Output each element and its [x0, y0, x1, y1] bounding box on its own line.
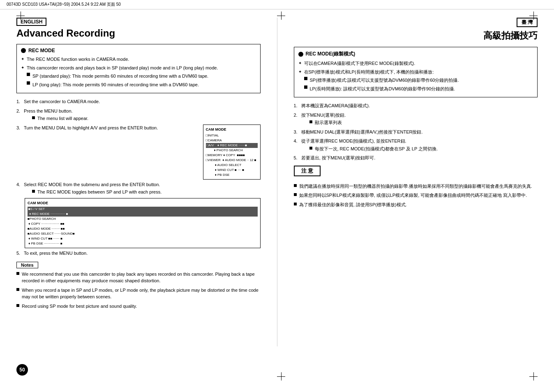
- steps-section-en: 1. Set the camcorder to CAMERA mode. 2. …: [16, 98, 261, 257]
- step-2-en: 2. Press the MENU button. The menu list …: [16, 108, 261, 122]
- note-bullet-2: [16, 288, 19, 291]
- step-2-text: Press the MENU button.: [24, 108, 261, 115]
- right-header: 臺 灣: [294, 18, 538, 29]
- left-column: ENGLISH Advanced Recording REC MODE ✦ Th…: [16, 18, 261, 346]
- square-2: [27, 81, 30, 85]
- rec-mode-header-zh: REC MODE(錄製模式): [298, 51, 533, 58]
- step-2-zh-text: 按下MENU(選單)按鈕.: [301, 112, 538, 119]
- page-title-zh: 高級拍攝技巧: [294, 30, 538, 42]
- right-column: 臺 灣 高級拍攝技巧 REC MODE(錄製模式) ✦ 可以在CAMERA攝影模…: [294, 18, 538, 346]
- cam-mode-diagram-2: CAM MODE ■S / V SET ♦ REC MODE ·········…: [25, 198, 261, 248]
- crosshair-top-left: [16, 12, 25, 20]
- notes-items-zh: 我們建議在播放時採用同一類型的機器所拍攝的錄影帶.播放時如果採用不同類型的攝錄影…: [294, 183, 538, 208]
- step-2-zh-sub: 顯示選單列表: [309, 119, 538, 126]
- zh-square-1: [304, 77, 307, 80]
- sq-bullet: [32, 116, 35, 119]
- rec-mode-content-en: ✦ The REC MODE function works in CAMERA …: [21, 56, 256, 88]
- note-1-zh: 我們建議在播放時採用同一類型的機器所拍攝的錄影帶.播放時如果採用不同類型的攝錄影…: [294, 183, 538, 190]
- note-3-zh: 為了獲得最佳的影像和音質, 請使用SP(標準播放)模式.: [294, 201, 538, 208]
- zh-sq-bullet-2: [309, 120, 312, 123]
- notes-label-en: Notes: [16, 262, 38, 268]
- zh-diamond-2: ✦: [298, 69, 302, 75]
- note-1-en: We recommend that you use this camcorder…: [16, 271, 261, 284]
- crosshair-bottom-right: [529, 372, 538, 380]
- step-4-text: Select REC MODE from the submenu and pre…: [24, 181, 261, 188]
- page-number: 50: [16, 364, 28, 376]
- rec-item-3: SP (standard play): This mode permits 60…: [27, 73, 256, 80]
- rec-mode-section-en: REC MODE ✦ The REC MODE function works i…: [16, 44, 261, 93]
- zh-diamond-1: ✦: [298, 60, 302, 66]
- step-4-zh: 4. 從子選單選擇REC MODE(拍攝模式), 並按ENTER鈕. 每按下一次…: [294, 138, 538, 152]
- notes-items-en: We recommend that you use this camcorder…: [16, 271, 261, 310]
- cam-mode-diagram-1: 3. Turn the MENU DIAL to highlight A/V a…: [16, 125, 261, 180]
- zh-rec-item-2: ✦ 在SP(標準播放)模式和LP(長時間播放)模式下, 本機的拍攝和播放:: [298, 69, 533, 76]
- zh-rec-item-1: ✦ 可以在CAMERA攝影模式下使用REC MODE(錄製模式).: [298, 60, 533, 67]
- step-5-zh: 5. 若要退出, 按下MENU(選單)按鈕即可.: [294, 154, 538, 161]
- rec-item-4: LP (long play): This mode permits 90 min…: [27, 81, 256, 88]
- diamond-1: ✦: [21, 56, 24, 62]
- page-title-en: Advanced Recording: [16, 28, 261, 39]
- zh-rec-item-4: LP(長時間播放): 該模式可以支援型號為DVM60的錄影帶作90分鐘的拍攝.: [304, 85, 533, 92]
- note-3-en: Record using SP mode for best picture an…: [16, 303, 261, 310]
- crosshair-top: [277, 12, 285, 20]
- notes-section-en: Notes We recommend that you use this cam…: [16, 262, 261, 310]
- step-2-sub: The menu list will appear.: [32, 115, 261, 122]
- page-container: 00743D SCD103 USA+TAI(28~59) 2004.5.24 9…: [0, 0, 554, 392]
- notes-label-zh: 注 意: [294, 166, 321, 176]
- bullet-circle: [21, 48, 26, 53]
- rec-item-1: ✦ The REC MODE function works in CAMERA …: [21, 56, 256, 63]
- bullet-circle-zh: [298, 52, 303, 57]
- rec-item-2: ✦ This camcorder records and plays back …: [21, 65, 256, 71]
- crosshair-bottom: [277, 372, 285, 380]
- zh-note-bullet-3: [294, 203, 297, 205]
- step-4-sub: The REC MODE toggles between SP and LP w…: [32, 189, 261, 196]
- zh-note-bullet-1: [294, 184, 297, 187]
- step-5-en: 5. To exit, press the MENU button.: [16, 250, 261, 257]
- step-3-zh: 3. 移動MENU DIAL(選單選擇鈕)選擇A/V,)然後按下ENTER按鈕.: [294, 129, 538, 136]
- header-text: 00743D SCD103 USA+TAI(28~59) 2004.5.24 9…: [7, 2, 121, 7]
- step-3-en: 3. Turn the MENU DIAL to highlight A/V a…: [16, 125, 196, 131]
- notes-section-zh: 注 意 我們建議在播放時採用同一類型的機器所拍攝的錄影帶.播放時如果採用不同類型…: [294, 166, 538, 208]
- sq-bullet-4: [32, 190, 35, 193]
- step-1-zh: 1. 將本機設置為CAMERA(攝影模式).: [294, 102, 538, 109]
- step-1-en: 1. Set the camcorder to CAMERA mode.: [16, 98, 261, 105]
- vertical-divider: [277, 18, 277, 346]
- rec-mode-header-en: REC MODE: [21, 48, 256, 53]
- main-content: ENGLISH Advanced Recording REC MODE ✦ Th…: [0, 9, 554, 355]
- rec-mode-content-zh: ✦ 可以在CAMERA攝影模式下使用REC MODE(錄製模式). ✦ 在SP(…: [298, 60, 533, 92]
- rec-mode-label-zh: REC MODE(錄製模式): [306, 51, 355, 58]
- rec-mode-section-zh: REC MODE(錄製模式) ✦ 可以在CAMERA攝影模式下使用REC MOD…: [294, 47, 538, 97]
- cam-mode-box-2: CAM MODE ■S / V SET ♦ REC MODE ·········…: [25, 198, 261, 248]
- cam-mode-box-1: CAM MODE □INITIAL □CAMERA □A/V ♦ REC MOD…: [203, 125, 261, 180]
- note-bullet-3: [16, 304, 19, 307]
- zh-square-2: [304, 85, 307, 89]
- zh-rec-item-3: SP(標準播放)模式:該模式可以支援型號為DVM60的錄影帶作60分鐘的拍攝.: [304, 77, 533, 84]
- step-2-zh: 2. 按下MENU(選單)按鈕. 顯示選單列表: [294, 112, 538, 126]
- zh-note-bullet-2: [294, 193, 297, 196]
- crosshair-top-right: [529, 12, 538, 20]
- step-4-en: 4. Select REC MODE from the submenu and …: [16, 181, 261, 196]
- note-2-zh: 如果您同時以SP和LP模式來錄製影帶, 或僅以LP模式來錄製, 可能會產影像扭曲…: [294, 192, 538, 199]
- step-4-zh-text: 從子選單選擇REC MODE(拍攝模式), 並按ENTER鈕.: [301, 138, 538, 145]
- note-2-en: When you record a tape in SP and LP mode…: [16, 287, 261, 300]
- diamond-2: ✦: [21, 65, 24, 71]
- zh-sq-bullet-4: [309, 147, 312, 150]
- steps-section-zh: 1. 將本機設置為CAMERA(攝影模式). 2. 按下MENU(選單)按鈕. …: [294, 102, 538, 161]
- header-bar: 00743D SCD103 USA+TAI(28~59) 2004.5.24 9…: [0, 0, 554, 9]
- note-bullet-1: [16, 272, 19, 275]
- rec-mode-label-en: REC MODE: [28, 48, 55, 53]
- step-4-zh-sub: 每按下一次, REC MODE(拍攝模式)都會在SP 及 LP 之間切換.: [309, 145, 538, 152]
- square-1: [27, 73, 30, 76]
